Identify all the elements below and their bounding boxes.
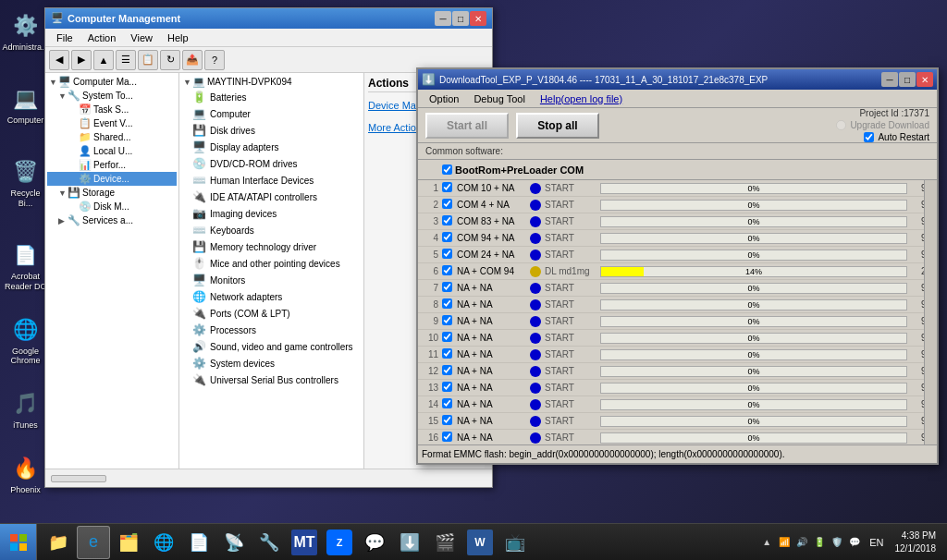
recycle-desktop-icon[interactable]: 🗑️ Recycle Bi... (3, 153, 49, 213)
row-checkbox[interactable] (442, 348, 452, 359)
dt-close-button[interactable]: ✕ (916, 72, 933, 87)
dt-scroll-area[interactable]: 1 COM 10 + NA START 0% 93 2 COM 4 + NA S… (418, 180, 937, 444)
row-checkbox[interactable] (442, 298, 452, 309)
tray-notification-icon[interactable]: 💬 (847, 535, 862, 550)
row-checkbox[interactable] (442, 199, 452, 209)
dt-table-row[interactable]: 3 COM 83 + NA START 0% 93 (418, 213, 937, 230)
device-item[interactable]: 🔌IDE ATA/ATAPI controllers (181, 189, 362, 205)
row-checkbox[interactable] (442, 365, 452, 375)
row-checkbox-cell[interactable] (442, 315, 457, 327)
dt-table-row[interactable]: 5 COM 24 + NA START 0% 93 (418, 247, 937, 263)
row-checkbox-cell[interactable] (442, 332, 457, 344)
dt-table-row[interactable]: 11 NA + NA START 0% 93 (418, 347, 937, 363)
tray-security-icon[interactable]: 🛡️ (830, 535, 844, 550)
system-clock[interactable]: 4:38 PM 12/1/2018 (892, 530, 941, 555)
dt-titlebar[interactable]: ⬇️ DownloadTool_EXP_P_V1804.46 ---- 1703… (418, 69, 937, 90)
language-indicator[interactable]: EN (866, 537, 887, 548)
row-checkbox[interactable] (442, 265, 452, 275)
dt-table-row[interactable]: 7 NA + NA START 0% 93 (418, 280, 937, 297)
row-checkbox[interactable] (442, 315, 452, 325)
device-item[interactable]: 🔌Universal Serial Bus controllers (181, 371, 362, 388)
row-checkbox-cell[interactable] (442, 398, 457, 410)
tray-battery-icon[interactable]: 🔋 (812, 535, 827, 550)
taskbar-zalo-icon[interactable]: Z (323, 526, 356, 559)
dt-menu-debug[interactable]: Debug Tool (466, 92, 532, 105)
row-checkbox-cell[interactable] (442, 382, 457, 394)
dt-table-row[interactable]: 2 COM 4 + NA START 0% 93 (418, 197, 937, 213)
tree-disk-management[interactable]: 💿 Disk M... (47, 200, 177, 213)
dt-table-row[interactable]: 14 NA + NA START 0% 93 (418, 396, 937, 413)
taskbar-word-icon[interactable]: W (463, 526, 497, 559)
dt-table-row[interactable]: 12 NA + NA START 0% 93 (418, 363, 937, 380)
auto-restart-checkbox[interactable] (864, 132, 874, 142)
device-item[interactable]: 🔌Ports (COM & LPT) (181, 305, 362, 322)
row-checkbox-cell[interactable] (442, 298, 457, 310)
tray-arrow-icon[interactable]: ▲ (759, 535, 774, 550)
tree-shared-folders[interactable]: 📁 Shared... (47, 130, 177, 144)
start-button[interactable] (0, 524, 37, 561)
tray-volume-icon[interactable]: 🔊 (794, 535, 809, 550)
row-checkbox[interactable] (442, 432, 452, 442)
row-checkbox-cell[interactable] (442, 432, 457, 444)
dt-maximize-button[interactable]: □ (899, 72, 916, 87)
row-checkbox-cell[interactable] (442, 182, 457, 194)
show-hide-button[interactable]: ☰ (116, 50, 136, 70)
help-button[interactable]: ? (204, 50, 225, 70)
row-checkbox[interactable] (442, 282, 452, 292)
back-button[interactable]: ◀ (49, 50, 69, 70)
device-item[interactable]: ⌨️Keyboards (181, 222, 362, 238)
row-checkbox[interactable] (442, 182, 452, 192)
device-item[interactable]: 🔊Sound, video and game controllers (181, 338, 362, 355)
row-checkbox-cell[interactable] (442, 249, 457, 261)
row-checkbox-cell[interactable] (442, 415, 457, 427)
row-checkbox-cell[interactable] (442, 199, 457, 211)
dt-table-row[interactable]: 13 NA + NA START 0% 93 (418, 380, 937, 396)
dt-minimize-button[interactable]: ─ (881, 72, 898, 87)
tree-root[interactable]: ▼ 🖥️ Computer Ma... (47, 75, 177, 89)
computer-desktop-icon[interactable]: 💻 Computer (3, 80, 49, 129)
tree-task-scheduler[interactable]: 📅 Task S... (47, 103, 177, 116)
tree-event-viewer[interactable]: 📋 Event V... (47, 116, 177, 130)
row-checkbox-cell[interactable] (442, 215, 457, 227)
taskbar-folder-icon[interactable]: 🗂️ (112, 526, 145, 559)
taskbar-explorer-icon[interactable]: 📁 (42, 526, 75, 559)
cm-menu-action[interactable]: Action (80, 30, 124, 45)
device-item[interactable]: ⚙️System devices (181, 355, 362, 371)
admin-desktop-icon[interactable]: ⚙️ Administra... (3, 7, 49, 56)
device-item[interactable]: 🌐Network adapters (181, 288, 362, 305)
row-checkbox-cell[interactable] (442, 282, 457, 294)
tree-local-users[interactable]: 👤 Local U... (47, 144, 177, 158)
computer-name-row[interactable]: ▼ 💻 MAYTINH-DVPK094 (181, 75, 362, 89)
tree-device-manager[interactable]: ⚙️ Device... (47, 172, 177, 186)
taskbar-media-icon[interactable]: 📺 (498, 526, 532, 559)
refresh-button[interactable]: ↻ (160, 50, 180, 70)
properties-button[interactable]: 📋 (138, 50, 158, 70)
device-item[interactable]: 🖥️Display adapters (181, 139, 362, 155)
itunes-desktop-icon[interactable]: 🎵 iTunes (3, 385, 49, 434)
taskbar-download-icon[interactable]: ⬇️ (393, 526, 426, 559)
row-checkbox[interactable] (442, 398, 452, 408)
statusbar-scroll[interactable] (51, 475, 106, 482)
taskbar-chrome-icon[interactable]: 🌐 (147, 526, 180, 559)
device-item[interactable]: 🖱️Mice and other pointing devices (181, 255, 362, 272)
upgrade-download-radio[interactable] (836, 120, 846, 130)
row-checkbox[interactable] (442, 232, 452, 242)
device-item[interactable]: 💾Memory technology driver (181, 238, 362, 255)
dt-menu-help[interactable]: Help(open log file) (533, 92, 630, 105)
export-button[interactable]: 📤 (182, 50, 203, 70)
cm-titlebar[interactable]: 🖥️ Computer Management ─ □ ✕ (45, 8, 492, 29)
row-checkbox[interactable] (442, 382, 452, 392)
cm-menu-view[interactable]: View (123, 30, 160, 45)
device-item[interactable]: 💻Computer (181, 105, 362, 122)
tree-services[interactable]: ▶ 🔧 Services a... (47, 213, 177, 227)
dt-table-row[interactable]: 15 NA + NA START 0% 93 (418, 413, 937, 430)
dt-table-row[interactable]: 4 COM 94 + NA START 0% 93 (418, 230, 937, 247)
taskbar-skype-icon[interactable]: 💬 (358, 526, 391, 559)
minimize-button[interactable]: ─ (435, 11, 451, 26)
dt-table-row[interactable]: 8 NA + NA START 0% 93 (418, 297, 937, 313)
dt-table-row[interactable]: 16 NA + NA START 0% 93 (418, 430, 937, 444)
phoenix-desktop-icon[interactable]: 🔥 Phoenix (3, 450, 49, 499)
taskbar-acrobat-icon[interactable]: 📄 (182, 526, 215, 559)
device-item[interactable]: 📷Imaging devices (181, 205, 362, 222)
forward-button[interactable]: ▶ (71, 50, 92, 70)
